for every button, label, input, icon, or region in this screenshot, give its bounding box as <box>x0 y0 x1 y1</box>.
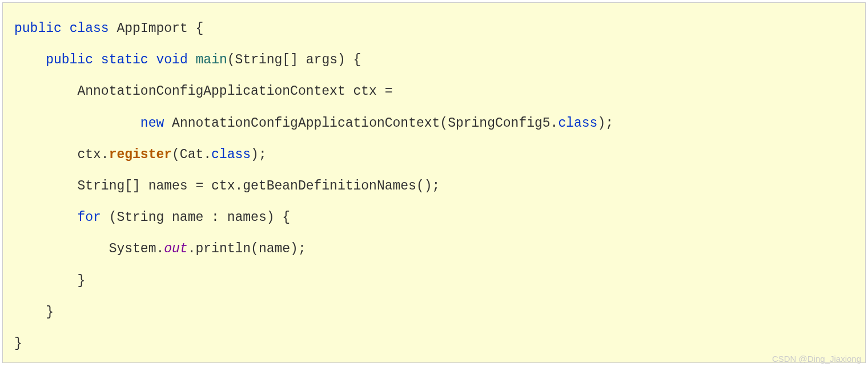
keyword-public: public <box>46 53 93 67</box>
paren-semi: ); <box>251 147 267 162</box>
println-call: .println(name); <box>188 241 306 256</box>
keyword-class-ref: class <box>211 147 251 162</box>
names-declaration: String[] names = ctx.getBeanDefinitionNa… <box>77 179 440 193</box>
brace: } <box>46 305 54 320</box>
brace: } <box>14 336 22 351</box>
watermark: CSDN @Ding_Jiaxiong <box>772 354 861 364</box>
keyword-new: new <box>140 116 164 131</box>
code-block: public class AppImport { public static v… <box>2 2 866 363</box>
keyword-public: public <box>14 21 62 36</box>
keyword-class-ref: class <box>558 116 597 131</box>
brace: { <box>196 21 204 36</box>
paren-semi: ); <box>597 116 613 131</box>
keyword-void: void <box>156 53 188 67</box>
method-register: register <box>109 147 172 162</box>
keyword-class: class <box>70 21 109 36</box>
main-params: (String[] args) { <box>227 53 361 67</box>
class-name: AppImport <box>116 21 187 36</box>
ctx-prefix: ctx. <box>77 147 108 162</box>
method-main: main <box>196 53 227 67</box>
system-prefix: System. <box>109 241 164 256</box>
constructor-call: AnnotationConfigApplicationContext(Sprin… <box>172 116 558 131</box>
ctx-declaration: AnnotationConfigApplicationContext ctx = <box>77 84 392 99</box>
for-head: (String name : names) { <box>101 210 290 225</box>
brace: } <box>77 273 85 288</box>
register-args: (Cat. <box>172 147 211 162</box>
keyword-static: static <box>101 53 148 67</box>
field-out: out <box>164 241 187 256</box>
keyword-for: for <box>77 210 101 225</box>
